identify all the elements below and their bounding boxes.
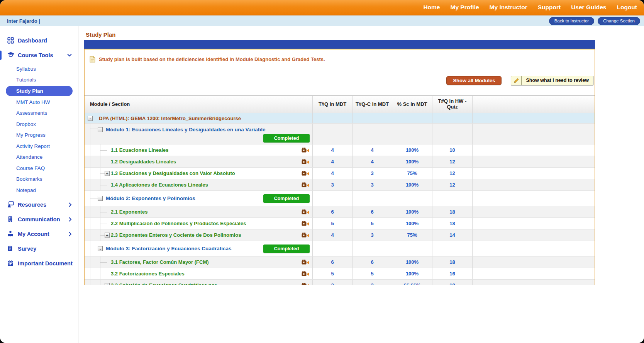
table-row-section[interactable]: 3.2 Factorizaciones Especiales 5 5 100% …: [85, 268, 595, 280]
sidebar-item-communication[interactable]: Communication: [0, 212, 78, 227]
video-icon[interactable]: [302, 283, 309, 285]
tqc-mdt-value: 6: [352, 256, 392, 268]
sidebar-item-activity-report[interactable]: Activity Report: [0, 141, 78, 152]
table-row-module[interactable]: - Módulo 1: Ecuaciones Lineales y Desigu…: [85, 124, 595, 144]
nav-user-guides[interactable]: User Guides: [571, 4, 606, 11]
table-row-section[interactable]: 1.4 Aplicaciones de Ecuaciones Lineales …: [85, 179, 595, 191]
expand-toggle[interactable]: +: [105, 283, 110, 285]
table-header-row: Module / Section T#Q in MDT T#Q-C in MDT…: [85, 96, 595, 113]
sc-mdt-value: 100%: [392, 218, 432, 229]
sidebar-item-resources[interactable]: Resources: [0, 197, 78, 212]
nav-my-instructor[interactable]: My Instructor: [490, 4, 527, 11]
collapse-toggle[interactable]: -: [98, 246, 103, 251]
sidebar-item-my-progress[interactable]: My Progress: [0, 130, 78, 141]
table-row-module[interactable]: - Módulo 3: Factorización y Ecuaciones C…: [85, 241, 595, 256]
tq-hw-value: 18: [432, 206, 472, 217]
tq-mdt-value: 3: [312, 280, 352, 285]
show-all-modules-button[interactable]: Show all Modules: [446, 76, 502, 85]
video-icon[interactable]: [302, 233, 309, 238]
collapse-toggle[interactable]: -: [98, 127, 103, 132]
note-icon: [90, 56, 95, 63]
sidebar-item-assessments[interactable]: Assessments: [0, 108, 78, 119]
sidebar-item-label: Survey: [18, 246, 36, 252]
change-section-button[interactable]: Change Section: [598, 17, 640, 25]
table-row-section[interactable]: + 3.3 Solución de Ecuaciones Cuadráticas…: [85, 280, 595, 285]
survey-icon: [7, 245, 14, 252]
sidebar-item-notepad[interactable]: Notepad: [0, 185, 78, 196]
section-title: 2.3 Exponentes Enteros y Cociente de Dos…: [111, 232, 241, 238]
video-icon[interactable]: [302, 159, 309, 164]
top-nav: Home My Profile My Instructor Support Us…: [423, 4, 644, 11]
sidebar-item-dropbox[interactable]: Dropbox: [0, 119, 78, 130]
table-row-section[interactable]: 3.1 Factores, Factor Común Mayor (FCM) 6…: [85, 256, 595, 268]
completed-badge: Completed: [263, 134, 310, 143]
course-tools-icon: [7, 52, 14, 59]
table-row-section[interactable]: 1.2 Desigualdades Lineales 4 4 100% 12: [85, 156, 595, 168]
sidebar-item-dashboard[interactable]: Dashboard: [0, 33, 78, 48]
my-account-icon: [7, 231, 14, 238]
show-review-label: Show what I need to review: [522, 76, 593, 85]
table-row-section[interactable]: 1.1 Ecuaciones Lineales 4 4 100% 10: [85, 144, 595, 156]
sc-mdt-value: 75%: [392, 168, 432, 179]
course-tools-submenu: Syllabus Tutorials Study Plan MMT Auto H…: [0, 63, 78, 197]
user-name: Inter Fajardo |: [0, 18, 40, 24]
section-title: 3.3 Solución de Ecuaciones Cuadráticas p…: [111, 282, 217, 285]
video-icon[interactable]: [302, 271, 309, 276]
tqc-mdt-value: 3: [352, 168, 392, 179]
tqc-mdt-value: 5: [352, 268, 392, 279]
sidebar-item-survey[interactable]: Survey: [0, 241, 78, 256]
sidebar-item-syllabus[interactable]: Syllabus: [0, 63, 78, 75]
tq-hw-value: 16: [432, 268, 472, 279]
table-row-module[interactable]: - Módulo 2: Exponentes y Polinomios Comp…: [85, 191, 595, 206]
table-row-course[interactable]: - DPA (HTML): GEMA 1200: InterMetro_Summ…: [85, 113, 595, 124]
tq-mdt-value: 6: [312, 206, 352, 217]
sidebar-item-course-faq[interactable]: Course FAQ: [0, 163, 78, 174]
sidebar-item-tutorials[interactable]: Tutorials: [0, 75, 78, 86]
video-icon[interactable]: [302, 209, 309, 214]
top-navigation-bar: Home My Profile My Instructor Support Us…: [0, 0, 644, 15]
table-row-section[interactable]: 2.1 Exponentes 6 6 100% 18: [85, 206, 595, 218]
collapse-toggle[interactable]: -: [98, 196, 103, 201]
sidebar-item-course-tools[interactable]: Course Tools: [0, 48, 78, 63]
video-icon[interactable]: [302, 221, 309, 226]
sidebar-item-mmt-auto-hw[interactable]: MMT Auto HW: [0, 97, 78, 108]
video-icon[interactable]: [302, 171, 309, 176]
nav-logout[interactable]: Logout: [617, 4, 637, 11]
tqc-mdt-value: 4: [352, 156, 392, 167]
tq-mdt-value: 4: [312, 156, 352, 167]
expand-toggle[interactable]: +: [105, 233, 110, 238]
sidebar-item-my-account[interactable]: My Account: [0, 227, 78, 241]
expand-toggle[interactable]: +: [105, 171, 110, 176]
section-title: 2.2 Multiplicación de Polinomios y Produ…: [111, 221, 246, 226]
sc-mdt-value: 100%: [392, 144, 432, 156]
sidebar-item-study-plan[interactable]: Study Plan: [6, 86, 73, 96]
sidebar-item-attendance[interactable]: Attendance: [0, 152, 78, 163]
video-icon[interactable]: [302, 148, 309, 153]
sidebar-item-important-document[interactable]: Important Document: [0, 256, 78, 271]
sidebar-item-label: Communication: [18, 216, 60, 222]
tqc-mdt-value: 2: [352, 280, 392, 285]
sidebar: Dashboard Course Tools Syllabus Tutorial…: [0, 26, 78, 343]
note-text: Study plan is built based on the deficie…: [99, 56, 325, 62]
video-icon[interactable]: [302, 182, 309, 187]
sidebar-item-bookmarks[interactable]: Bookmarks: [0, 174, 78, 185]
collapse-toggle[interactable]: -: [88, 116, 93, 121]
section-title: 3.2 Factorizaciones Especiales: [111, 271, 185, 277]
nav-home[interactable]: Home: [423, 4, 440, 11]
tqc-mdt-value: 5: [352, 218, 392, 229]
sc-mdt-value: 100%: [392, 268, 432, 279]
sidebar-item-label: My Account: [18, 231, 49, 237]
module-title: Módulo 1: Ecuaciones Lineales y Desigual…: [106, 127, 265, 132]
nav-support[interactable]: Support: [538, 4, 561, 11]
video-icon[interactable]: [302, 260, 309, 265]
table-row-section[interactable]: + 1.3 Ecuaciones y Desigualdades con Val…: [85, 168, 595, 179]
show-review-button[interactable]: Show what I need to review: [511, 76, 593, 85]
back-to-instructor-button[interactable]: Back to Instructor: [549, 17, 594, 25]
nav-my-profile[interactable]: My Profile: [451, 4, 479, 11]
sc-mdt-value: 100%: [392, 256, 432, 268]
table-row-section[interactable]: 2.2 Multiplicación de Polinomios y Produ…: [85, 218, 595, 229]
study-plan-table: Module / Section T#Q in MDT T#Q-C in MDT…: [85, 95, 595, 285]
pencil-icon: [511, 76, 522, 85]
communication-icon: [7, 216, 14, 223]
table-row-section[interactable]: + 2.3 Exponentes Enteros y Cociente de D…: [85, 229, 595, 241]
